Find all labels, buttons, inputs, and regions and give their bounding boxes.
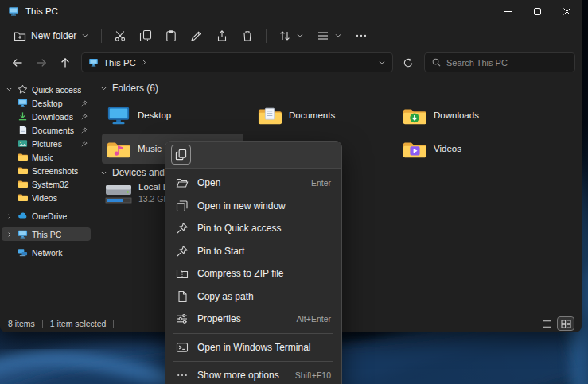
folder-tile-desktop[interactable]: Desktop <box>102 100 243 130</box>
sidebar-item-downloads[interactable]: Downloads <box>2 110 91 123</box>
menu-item-label: Open in new window <box>197 200 286 211</box>
sidebar-item-desktop[interactable]: Desktop <box>2 96 91 110</box>
sidebar-item-onedrive[interactable]: OneDrive <box>2 209 91 223</box>
up-button[interactable] <box>54 52 76 73</box>
cut-button[interactable] <box>108 25 132 46</box>
folder-name: Music <box>138 144 162 153</box>
pin-icon <box>81 114 88 120</box>
sidebar-item-pictures[interactable]: Pictures <box>2 137 91 150</box>
chevron-down-icon <box>296 32 304 40</box>
minimize-button[interactable] <box>493 0 523 22</box>
search-box[interactable] <box>424 52 575 72</box>
items-count: 8 items <box>8 319 35 328</box>
new-window-icon <box>176 200 189 212</box>
menu-item-open-new-window[interactable]: Open in new window <box>169 195 338 218</box>
sidebar-item-label: Desktop <box>32 99 63 108</box>
sidebar-item-screenshots[interactable]: Screenshots <box>2 164 91 177</box>
delete-button[interactable] <box>236 25 259 46</box>
copy-path-icon <box>176 290 189 303</box>
navigation-pane: Quick access Desktop Downloads Documents <box>0 76 94 315</box>
more-options-icon <box>176 369 189 382</box>
copy-button[interactable] <box>171 145 191 165</box>
menu-item-show-more-options[interactable]: Show more options Shift+F10 <box>169 364 338 384</box>
chevron-down-icon[interactable] <box>100 169 107 176</box>
pin-icon <box>176 222 189 235</box>
title-bar[interactable]: This PC <box>0 0 582 22</box>
chevron-down-icon[interactable] <box>100 85 107 92</box>
videos-folder-icon <box>403 139 426 159</box>
menu-item-shortcut: Alt+Enter <box>297 314 331 324</box>
menu-item-compress-zip[interactable]: Compress to ZIP file <box>169 262 338 285</box>
more-options-button[interactable] <box>349 25 373 46</box>
folder-name: Documents <box>289 111 335 120</box>
maximize-button[interactable] <box>523 0 552 22</box>
menu-item-pin-quick-access[interactable]: Pin to Quick access <box>169 217 338 240</box>
details-view-icon[interactable] <box>539 317 555 330</box>
rename-button[interactable] <box>185 25 208 46</box>
new-folder-button[interactable]: New folder <box>8 25 95 46</box>
chevron-down-icon <box>334 32 342 40</box>
address-bar[interactable]: This PC <box>81 52 393 72</box>
copy-button[interactable] <box>134 25 158 46</box>
sidebar-item-music[interactable]: Music <box>2 150 91 164</box>
chevron-down-icon[interactable] <box>5 86 14 93</box>
document-icon <box>18 125 28 135</box>
search-input[interactable] <box>446 58 558 68</box>
view-toggles <box>539 317 574 330</box>
status-separator <box>113 320 114 328</box>
sidebar-item-documents[interactable]: Documents <box>2 123 91 137</box>
folder-icon <box>18 165 28 176</box>
window-title: This PC <box>25 6 58 16</box>
menu-separator <box>173 333 333 334</box>
share-button[interactable] <box>210 25 234 46</box>
context-menu-items: Open Enter Open in new window Pin to Qui… <box>165 169 341 384</box>
folder-tile-documents[interactable]: Documents <box>253 100 395 130</box>
menu-item-properties[interactable]: Properties Alt+Enter <box>169 308 338 331</box>
sidebar-item-system32[interactable]: System32 <box>2 177 91 191</box>
sidebar-item-label: System32 <box>32 180 69 189</box>
menu-item-label: Copy as path <box>197 291 254 302</box>
back-button[interactable] <box>6 52 28 73</box>
breadcrumb[interactable]: This PC <box>103 58 136 68</box>
toolbar-separator <box>266 29 267 43</box>
star-icon <box>18 84 28 95</box>
open-icon <box>176 176 189 189</box>
menu-item-open[interactable]: Open Enter <box>169 172 338 195</box>
chevron-right-icon[interactable] <box>5 231 14 238</box>
refresh-button[interactable] <box>398 52 419 73</box>
thumbnail-view-icon[interactable] <box>558 317 574 330</box>
sidebar-item-network[interactable]: Network <box>2 246 91 259</box>
terminal-icon <box>176 341 189 354</box>
folder-name: Downloads <box>434 111 479 120</box>
sidebar-item-label: Downloads <box>32 112 73 122</box>
menu-item-copy-as-path[interactable]: Copy as path <box>169 285 338 308</box>
pin-icon <box>81 127 88 134</box>
folder-tile-videos[interactable]: Videos <box>398 134 539 164</box>
menu-item-pin-start[interactable]: Pin to Start <box>169 240 338 263</box>
downloads-folder-icon <box>403 106 426 126</box>
menu-item-label: Compress to ZIP file <box>197 268 283 279</box>
sidebar-item-quick-access[interactable]: Quick access <box>2 83 91 96</box>
new-folder-icon <box>14 29 26 42</box>
chevron-down-icon <box>81 32 89 40</box>
network-icon <box>18 247 28 258</box>
chevron-right-icon[interactable] <box>5 213 14 219</box>
view-button[interactable] <box>311 25 348 46</box>
sort-button[interactable] <box>273 25 310 46</box>
menu-item-shortcut: Shift+F10 <box>295 370 331 380</box>
chevron-down-icon[interactable] <box>378 59 386 67</box>
menu-item-shortcut: Enter <box>311 178 331 188</box>
forward-button[interactable] <box>30 52 52 73</box>
menu-item-open-windows-terminal[interactable]: Open in Windows Terminal <box>169 336 338 359</box>
menu-item-label: Pin to Start <box>197 246 244 257</box>
paste-button[interactable] <box>159 25 183 46</box>
pin-icon <box>81 100 88 107</box>
picture-icon <box>18 138 28 149</box>
sidebar-item-this-pc[interactable]: This PC <box>2 227 91 241</box>
sidebar-item-videos[interactable]: Videos <box>2 191 91 204</box>
zip-folder-icon <box>176 267 189 280</box>
close-button[interactable] <box>552 0 582 22</box>
folder-tile-downloads[interactable]: Downloads <box>398 100 539 130</box>
folders-section-header[interactable]: Folders (6) <box>100 83 158 94</box>
chevron-right-icon[interactable] <box>141 59 148 66</box>
